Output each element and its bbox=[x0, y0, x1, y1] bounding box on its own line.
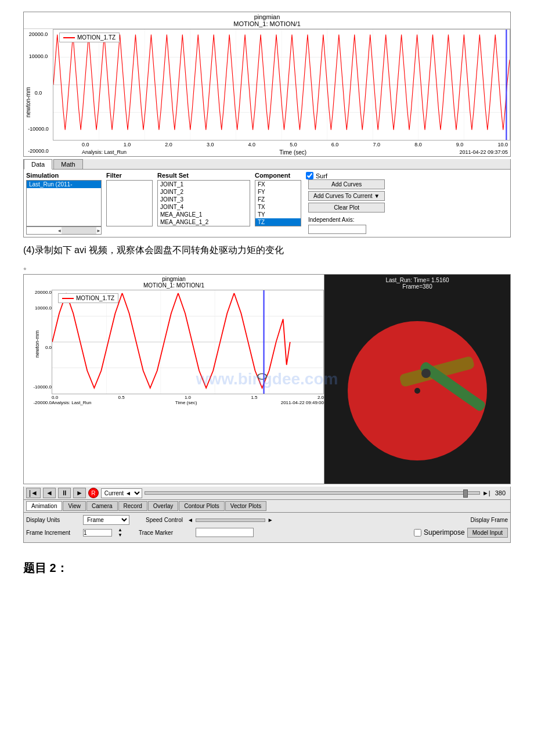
surf-buttons-col: Surf Add Curves Add Curves To Current ▼ … bbox=[306, 172, 385, 234]
display-units-label: Display Units bbox=[26, 517, 78, 523]
scroll-thumb bbox=[62, 227, 96, 234]
result-list[interactable]: JOINT_1 JOINT_2 JOINT_3 JOINT_4 MEA_ANGL… bbox=[157, 180, 250, 226]
y-mid-pos-label: 10000.0 bbox=[28, 51, 49, 62]
left-chart-title: pingmian MOTION_1: MOTION/1 bbox=[24, 275, 324, 290]
speed-right-arrow[interactable]: ► bbox=[268, 517, 273, 523]
add-curves-button[interactable]: Add Curves bbox=[308, 179, 385, 189]
slider-thumb[interactable] bbox=[463, 489, 468, 498]
left-legend-line-icon bbox=[62, 298, 74, 299]
left-legend-label: MOTION_1.TZ bbox=[76, 295, 114, 301]
chart-title-line2: MOTION_1: MOTION/1 bbox=[233, 20, 301, 27]
x-axis-title: Time (sec) bbox=[127, 149, 459, 156]
x-label-7: 7.0 bbox=[373, 142, 380, 147]
display-units-row: Display Units Frame Time Speed Control ◄… bbox=[26, 515, 508, 525]
filter-row: Simulation Last_Run (2011- ◄ ► Filter Re… bbox=[26, 172, 508, 235]
filter-input bbox=[106, 180, 153, 226]
sim-item-0[interactable]: Last_Run (2011- bbox=[27, 181, 101, 188]
frame-increment-row: Frame Increment ▲ ▼ Trace Marker Superim… bbox=[26, 527, 508, 538]
increment-down-icon[interactable]: ▼ bbox=[118, 532, 122, 538]
step-back-button[interactable]: ◄ bbox=[43, 488, 56, 498]
comp-ty[interactable]: TY bbox=[255, 211, 301, 218]
component-label: Component bbox=[255, 172, 301, 179]
display-frame-label: Display Frame bbox=[471, 517, 508, 523]
comp-tz[interactable]: TZ bbox=[255, 218, 301, 226]
chart-title-line1: pingmian bbox=[254, 13, 280, 20]
x-label-8: 8.0 bbox=[414, 142, 422, 147]
result-joint2[interactable]: JOINT_2 bbox=[158, 188, 250, 196]
surf-checkbox-row: Surf bbox=[306, 172, 385, 179]
tab-record[interactable]: Record bbox=[118, 501, 147, 511]
trace-marker-input[interactable] bbox=[196, 528, 254, 537]
comp-fz[interactable]: FZ bbox=[255, 196, 301, 203]
x-axis-labels: 0.0 1.0 2.0 3.0 4.0 5.0 6.0 7.0 8.0 9.0 … bbox=[53, 141, 510, 149]
result-set-label: Result Set bbox=[157, 172, 250, 179]
x-label-4: 4.0 bbox=[248, 142, 256, 147]
clear-plot-button[interactable]: Clear Plot bbox=[308, 203, 385, 213]
comp-fy[interactable]: FY bbox=[255, 188, 301, 196]
scroll-left-icon[interactable]: ◄ bbox=[57, 228, 62, 233]
increment-spinners: ▲ ▼ bbox=[118, 527, 122, 538]
superimpose-row: Superimpose Model Input bbox=[414, 528, 508, 538]
analysis-label: Analysis: Last_Run bbox=[82, 149, 127, 156]
left-chart-plot[interactable]: MOTION_1.TZ bbox=[52, 290, 324, 394]
left-bottom-info: Analysis: Last_Run Time (sec) 2011-04-22… bbox=[52, 400, 324, 405]
trace-marker-label: Trace Marker bbox=[139, 530, 191, 536]
timestamp-label: 2011-04-22 09:37:05 bbox=[459, 149, 508, 156]
circle-bullet: 。 bbox=[23, 261, 511, 272]
frame-increment-label: Frame Increment bbox=[26, 530, 78, 536]
comp-ang[interactable]: ANG bbox=[255, 226, 301, 226]
independent-axis-input bbox=[308, 225, 366, 234]
current-select[interactable]: Current ◄ bbox=[101, 488, 142, 498]
record-button[interactable]: R bbox=[88, 488, 99, 498]
tab-contour-plots[interactable]: Contour Plots bbox=[179, 501, 225, 511]
second-section: www.bingdee.com pingmian MOTION_1: MOTIO… bbox=[23, 274, 511, 484]
playback-slider[interactable] bbox=[145, 491, 480, 495]
surf-checkbox[interactable] bbox=[306, 172, 313, 179]
chart-svg bbox=[53, 30, 510, 140]
result-motion1[interactable]: Motion_1 bbox=[158, 226, 250, 226]
superimpose-checkbox[interactable] bbox=[414, 529, 421, 537]
x-label-1: 1.0 bbox=[124, 142, 131, 147]
tab-view[interactable]: View bbox=[63, 501, 86, 511]
scroll-right-icon[interactable]: ► bbox=[96, 228, 101, 233]
speed-track[interactable] bbox=[196, 519, 265, 522]
speed-slider: ◄ ► bbox=[187, 517, 273, 523]
result-joint4[interactable]: JOINT_4 bbox=[158, 203, 250, 211]
result-mea2[interactable]: MEA_ANGLE_1_2 bbox=[158, 218, 250, 226]
result-joint3[interactable]: JOINT_3 bbox=[158, 196, 250, 203]
sim-scroll: ◄ ► bbox=[26, 226, 102, 235]
add-curves-to-current-button[interactable]: Add Curves To Current ▼ bbox=[308, 191, 385, 201]
tab-data[interactable]: Data bbox=[24, 159, 52, 170]
tab-math[interactable]: Math bbox=[53, 159, 82, 169]
speed-left-arrow[interactable]: ◄ bbox=[187, 517, 193, 523]
svg-point-27 bbox=[414, 388, 420, 394]
frame-increment-input[interactable] bbox=[83, 529, 112, 537]
tab-vector-plots[interactable]: Vector Plots bbox=[225, 501, 266, 511]
comp-fx[interactable]: FX bbox=[255, 181, 301, 188]
simulation-list[interactable]: Last_Run (2011- bbox=[26, 180, 102, 226]
right-visualization-panel: Last_Run: Time= 1.5160 Frame=380 bbox=[324, 275, 510, 484]
increment-up-icon[interactable]: ▲ bbox=[118, 527, 122, 532]
pause-button[interactable]: ⏸ bbox=[58, 488, 71, 498]
skip-start-button[interactable]: |◄ bbox=[26, 488, 41, 498]
tab-animation[interactable]: Animation bbox=[26, 501, 62, 511]
section-title: 题目 2： bbox=[23, 560, 511, 576]
top-chart-title: pingmian MOTION_1: MOTION/1 bbox=[24, 12, 510, 28]
component-col: Component FX FY FZ TX TY TZ ANG bbox=[255, 172, 301, 226]
tab-camera[interactable]: Camera bbox=[86, 501, 118, 511]
tab-overlay[interactable]: Overlay bbox=[148, 501, 178, 511]
left-x-labels: 0.0 0.5 1.0 1.5 2.0 bbox=[52, 395, 324, 400]
result-set-col: Result Set JOINT_1 JOINT_2 JOINT_3 JOINT… bbox=[157, 172, 250, 226]
top-chart-plot[interactable]: MOTION_1.TZ bbox=[53, 29, 510, 141]
step-forward-button[interactable]: ► bbox=[73, 488, 86, 498]
left-title-1: pingmian bbox=[162, 276, 186, 282]
component-list[interactable]: FX FY FZ TX TY TZ ANG bbox=[255, 180, 301, 226]
display-units-select[interactable]: Frame Time bbox=[83, 515, 129, 525]
chart-plot-wrapper: newton-mm MOTION_1.TZ bbox=[53, 29, 510, 156]
comp-tx[interactable]: TX bbox=[255, 203, 301, 211]
result-mea1[interactable]: MEA_ANGLE_1 bbox=[158, 211, 250, 218]
left-chart-plot-wrap: newton-mm MOTION_1.TZ bbox=[52, 290, 324, 405]
result-joint1[interactable]: JOINT_1 bbox=[158, 181, 250, 188]
left-chart-inner: 20000.0 10000.0 0.0 -10000.0 -20000.0 ne… bbox=[24, 290, 324, 405]
model-input-button[interactable]: Model Input bbox=[467, 528, 508, 538]
